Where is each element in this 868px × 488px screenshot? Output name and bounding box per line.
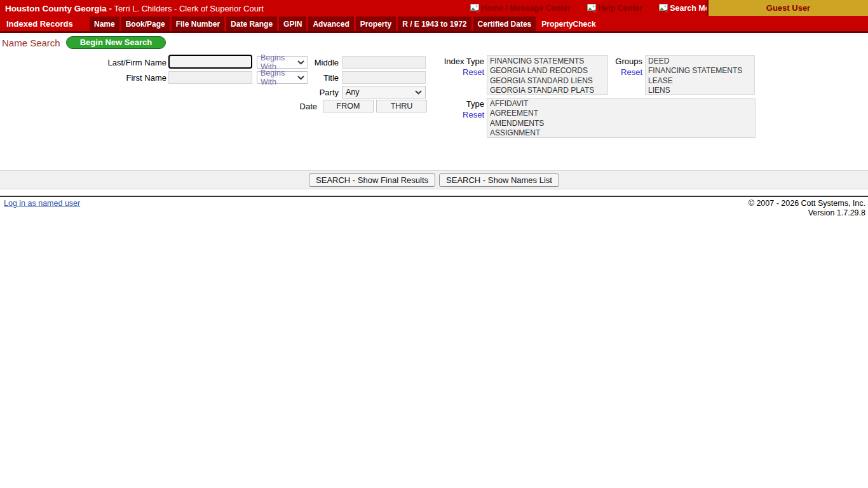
help-center-link[interactable]: Help Center (587, 4, 642, 13)
header-bar: Houston County Georgia - Terri L. Childe… (0, 0, 868, 17)
footer: Log in as named user © 2007 - 2026 Cott … (0, 197, 868, 198)
last-firm-name-label: Last/Firm Name (0, 58, 166, 67)
tab-property-check[interactable]: PropertyCheck (536, 17, 601, 31)
middle-label: Middle (275, 58, 339, 67)
search-final-results-button[interactable]: SEARCH - Show Final Results (309, 173, 435, 187)
version-text: Version 1.7.29.8 (749, 208, 865, 218)
index-type-label: Index Type (407, 57, 484, 66)
nav-bar: Indexed Records Name Book/Page File Numb… (0, 17, 868, 33)
broken-image-icon (470, 4, 480, 13)
type-label: Type (407, 99, 484, 109)
groups-list[interactable]: DEED FINANCING STATEMENTS LEASE LIENS (645, 55, 755, 95)
tab-book-page[interactable]: Book/Page (121, 17, 170, 31)
nav-tabs: Name Book/Page File Number Date Range GP… (90, 17, 536, 31)
copyright-text: © 2007 - 2026 Cott Systems, Inc. (749, 199, 865, 208)
groups-option[interactable]: FINANCING STATEMENTS (648, 66, 754, 76)
guest-user-label: Guest User (766, 3, 810, 13)
clerk-name: Terri L. Childers - Clerk of Superior Co… (114, 4, 264, 13)
search-names-list-button[interactable]: SEARCH - Show Names List (439, 173, 559, 187)
type-list[interactable]: AFFIDAVIT AGREEMENT AMENDMENTS ASSIGNMEN… (487, 98, 756, 138)
date-from-button[interactable]: FROM (323, 100, 374, 112)
index-type-option[interactable]: GEORGIA STANDARD PLATS (490, 86, 607, 95)
tab-certified-dates[interactable]: Certified Dates (473, 17, 536, 31)
login-named-user-link[interactable]: Log in as named user (4, 199, 80, 208)
type-reset-link[interactable]: Reset (463, 110, 484, 119)
party-label: Party (275, 88, 339, 97)
county-name: Houston County Georgia - (5, 4, 112, 13)
guest-user-badge: Guest User (707, 0, 868, 16)
broken-image-icon (659, 4, 668, 13)
tab-file-number[interactable]: File Number (172, 17, 224, 31)
home-message-center-link[interactable]: Home / Message Center (470, 4, 571, 13)
tab-property[interactable]: Property (356, 17, 396, 31)
page: Houston County Georgia - Terri L. Childe… (0, 0, 868, 488)
help-center-label: Help Center (598, 4, 642, 13)
date-label: Date (254, 102, 317, 111)
page-title: Name Search (2, 37, 60, 48)
party-value: Any (346, 88, 360, 97)
home-message-center-label: Home / Message Center (481, 4, 571, 13)
party-select[interactable]: Any (342, 86, 426, 98)
first-name-input[interactable] (168, 71, 252, 84)
tab-advanced[interactable]: Advanced (308, 17, 353, 31)
groups-option[interactable]: LIENS (648, 86, 754, 95)
tab-gpin[interactable]: GPIN (279, 17, 306, 31)
begin-new-search-button[interactable]: Begin New Search (66, 36, 166, 49)
search-form: Last/Firm Name Begins With Middle First … (0, 52, 868, 147)
search-actions-band: SEARCH - Show Final Results SEARCH - Sho… (0, 170, 868, 189)
index-type-reset-link[interactable]: Reset (463, 67, 484, 77)
groups-option[interactable]: LEASE (648, 76, 754, 86)
index-type-label-block: Index Type Reset (407, 57, 484, 78)
toolbar: Name Search Begin New Search (0, 33, 868, 52)
broken-image-icon (587, 4, 597, 13)
type-option[interactable]: AMENDMENTS (490, 119, 755, 128)
type-option[interactable]: AGREEMENT (490, 109, 755, 118)
site-title: Houston County Georgia - Terri L. Childe… (0, 4, 264, 13)
groups-label: Groups (572, 57, 642, 66)
type-option[interactable]: AFFIDAVIT (490, 99, 755, 109)
footer-copyright-block: © 2007 - 2026 Cott Systems, Inc. Version… (749, 199, 865, 217)
tab-date-range[interactable]: Date Range (226, 17, 277, 31)
chevron-down-icon (415, 88, 422, 97)
type-option[interactable]: ASSIGNMENT (490, 128, 755, 138)
tab-re-1943-1972[interactable]: R / E 1943 to 1972 (398, 17, 471, 31)
type-label-block: Type Reset (407, 99, 484, 120)
title-label: Title (275, 73, 339, 83)
first-name-label: First Name (0, 73, 166, 83)
tab-name[interactable]: Name (90, 17, 119, 31)
groups-option[interactable]: DEED (648, 57, 754, 66)
header-links: Home / Message Center Help Center (470, 0, 726, 17)
groups-reset-link[interactable]: Reset (621, 67, 642, 77)
last-firm-name-input[interactable] (168, 55, 252, 69)
groups-label-block: Groups Reset (572, 57, 642, 78)
nav-section-label: Indexed Records (0, 17, 90, 31)
